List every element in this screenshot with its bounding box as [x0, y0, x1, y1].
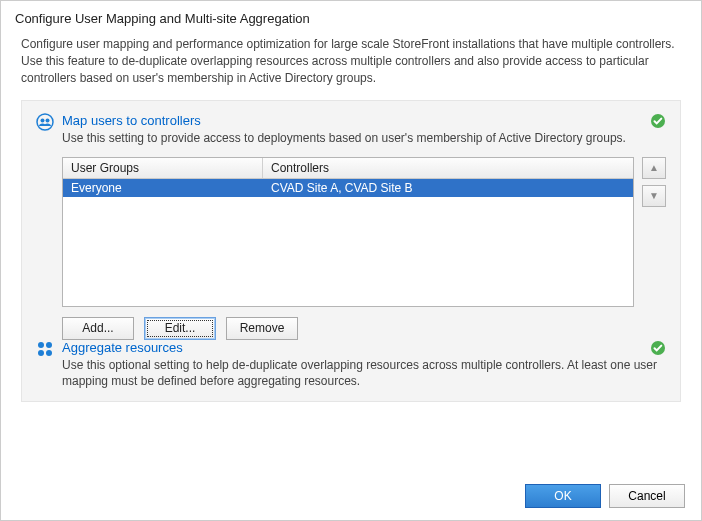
svg-point-0	[37, 114, 53, 130]
intro-text: Configure user mapping and performance o…	[21, 36, 681, 86]
move-down-button[interactable]: ▼	[642, 185, 666, 207]
svg-point-2	[46, 119, 50, 123]
map-users-section: Map users to controllers Use this settin…	[36, 113, 666, 146]
col-header-controllers[interactable]: Controllers	[263, 158, 633, 178]
users-icon	[36, 113, 54, 131]
chevron-up-icon: ▲	[649, 162, 659, 173]
svg-point-4	[38, 342, 44, 348]
aggregate-icon	[36, 340, 54, 358]
aggregate-section: Aggregate resources Use this optional se…	[36, 340, 666, 389]
svg-point-6	[38, 350, 44, 356]
check-icon	[650, 340, 666, 356]
config-panel: Map users to controllers Use this settin…	[21, 100, 681, 402]
cell-controllers: CVAD Site A, CVAD Site B	[263, 179, 633, 197]
aggregate-title: Aggregate resources	[62, 340, 666, 355]
add-button[interactable]: Add...	[62, 317, 134, 340]
aggregate-desc: Use this optional setting to help de-dup…	[62, 357, 666, 389]
chevron-down-icon: ▼	[649, 190, 659, 201]
table-row[interactable]: Everyone CVAD Site A, CVAD Site B	[63, 179, 633, 197]
map-users-title: Map users to controllers	[62, 113, 666, 128]
table-header: User Groups Controllers	[63, 158, 633, 179]
svg-point-5	[46, 342, 52, 348]
move-up-button[interactable]: ▲	[642, 157, 666, 179]
map-users-desc: Use this setting to provide access to de…	[62, 130, 666, 146]
edit-button[interactable]: Edit...	[144, 317, 216, 340]
svg-point-7	[46, 350, 52, 356]
col-header-groups[interactable]: User Groups	[63, 158, 263, 178]
dialog-title: Configure User Mapping and Multi-site Ag…	[15, 11, 687, 26]
check-icon	[650, 113, 666, 129]
cell-group: Everyone	[63, 179, 263, 197]
dialog-footer: OK Cancel	[1, 472, 701, 520]
mapping-table[interactable]: User Groups Controllers Everyone CVAD Si…	[62, 157, 634, 307]
ok-button[interactable]: OK	[525, 484, 601, 508]
remove-button[interactable]: Remove	[226, 317, 298, 340]
svg-point-1	[41, 119, 45, 123]
cancel-button[interactable]: Cancel	[609, 484, 685, 508]
